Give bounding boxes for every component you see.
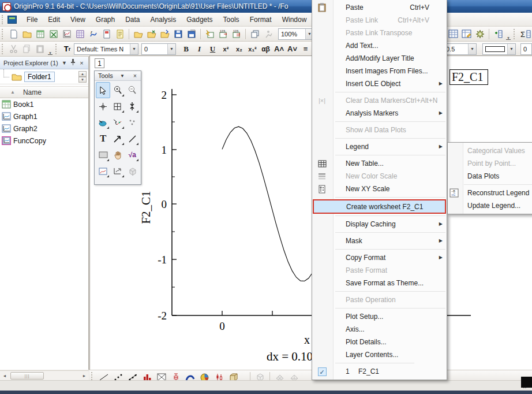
layer-1-badge[interactable]: 1	[95, 58, 104, 68]
menu-item-add-text[interactable]: Add Text...	[312, 39, 447, 52]
scrollbar-thumb[interactable]: |||	[10, 372, 44, 380]
offset-combobox[interactable]: 0.5 ▼	[443, 43, 477, 55]
menu-gadgets[interactable]: Gadgets	[181, 14, 218, 25]
duplicate-window-button[interactable]	[248, 28, 261, 40]
submenu-item-categorical-values[interactable]: Categorical Values	[448, 144, 532, 157]
align-button[interactable]: ≡	[299, 43, 312, 55]
submenu-item-data-plots[interactable]: Data Plots	[448, 170, 532, 183]
menu-data[interactable]: Data	[120, 14, 145, 25]
zoom-out-tool[interactable]	[125, 82, 140, 98]
menu-item-paste-link-transpose[interactable]: Paste Link Transpose	[312, 27, 447, 39]
menu-item-save-format-as-theme[interactable]: Save Format as Theme...	[312, 277, 447, 289]
menu-item-paste[interactable]: PasteCtrl+V	[312, 1, 447, 14]
menu-item-insert-ole-object[interactable]: Insert OLE Object▶	[312, 77, 447, 90]
menu-item-display-caching[interactable]: Display Caching▶	[312, 218, 447, 231]
chevron-down-icon[interactable]: ▼	[468, 44, 476, 54]
sum-column-button[interactable]: Σ	[519, 28, 532, 40]
list-item-graph2[interactable]: Graph2	[0, 122, 88, 135]
menu-edit[interactable]: Edit	[43, 14, 65, 25]
open-button[interactable]	[132, 28, 145, 40]
submenu-item-update-legend[interactable]: Update Legend...	[448, 199, 532, 212]
menu-analysis[interactable]: Analysis	[145, 14, 182, 25]
worksheet-view-button[interactable]	[447, 28, 460, 40]
save-template-button[interactable]	[185, 28, 198, 40]
gear-button[interactable]	[473, 28, 486, 40]
close-icon[interactable]: ×	[132, 73, 138, 79]
new-matrix-button[interactable]	[73, 28, 87, 40]
open-folder-button[interactable]	[20, 28, 33, 40]
new-graph-button[interactable]	[60, 28, 73, 40]
menu-item-plot-details[interactable]: Plot Details...	[312, 336, 447, 348]
palette-menu-icon[interactable]: ▼	[119, 73, 126, 79]
submenu-item-point-by-point[interactable]: Point by Point...	[448, 157, 532, 170]
legend-box[interactable]: F2_C1	[449, 69, 488, 85]
menu-item-paste-format[interactable]: Paste Format	[312, 264, 447, 277]
line-style-combobox[interactable]: ▼	[482, 43, 516, 55]
list-item-book1[interactable]: Book1	[0, 98, 88, 110]
bold-button[interactable]: B	[179, 43, 193, 55]
run-script-button[interactable]	[261, 28, 275, 40]
increase-font-button[interactable]: A˄	[272, 43, 286, 55]
menu-item-analysis-markers[interactable]: Analysis Markers▶	[312, 107, 447, 120]
list-column-header[interactable]: ▲ Name	[0, 86, 88, 98]
open-template-button[interactable]	[158, 28, 171, 40]
folder-tree-row[interactable]: Folder1 ▲▼	[0, 69, 88, 84]
new-project-button[interactable]	[7, 28, 20, 40]
toolbar-overflow-button[interactable]: ▾	[47, 43, 54, 55]
cut-button[interactable]	[7, 43, 20, 55]
mask-points-tool[interactable]	[110, 114, 125, 131]
chevron-down-icon[interactable]: ▼	[167, 44, 175, 54]
font-combobox[interactable]: Default: Times N ▼	[74, 43, 138, 55]
menu-item-show-all-data-plots[interactable]: Show All Data Plots	[312, 124, 447, 136]
menu-item-layer-contents[interactable]: Layer Contents...	[312, 348, 447, 361]
menu-item-mask[interactable]: Mask▶	[312, 235, 447, 247]
menu-format[interactable]: Format	[245, 14, 277, 25]
paste-button[interactable]	[33, 43, 47, 55]
import-wizard-button[interactable]	[203, 28, 216, 40]
rectangle-tool[interactable]	[96, 147, 110, 163]
tools-palette-titlebar[interactable]: Tools ▼ ×	[95, 71, 141, 81]
new-function-button[interactable]: f	[87, 28, 100, 40]
menu-item-paste-operation[interactable]: Paste Operation	[312, 293, 447, 306]
text-tool[interactable]: T	[96, 131, 110, 147]
screen-reader-tool[interactable]	[96, 98, 110, 114]
submenu-item-reconstruct-legend[interactable]: −B+C Reconstruct Legend	[448, 187, 532, 199]
zoom-in-tool[interactable]	[110, 82, 125, 98]
pan-hand-tool[interactable]	[110, 147, 125, 163]
list-item-graph1[interactable]: Graph1	[0, 110, 88, 122]
save-button[interactable]	[171, 28, 185, 40]
data-reader-tool[interactable]	[110, 98, 125, 114]
pin-icon[interactable]	[69, 59, 77, 66]
new-layout-button[interactable]	[100, 28, 113, 40]
menu-item-paste-link[interactable]: Paste LinkCtrl+Alt+V	[312, 14, 447, 27]
panel-menu-icon[interactable]: ▼	[60, 60, 69, 66]
rescale-tool[interactable]	[110, 163, 125, 179]
decrease-font-button[interactable]: A˅	[286, 43, 299, 55]
menu-item-copy-format[interactable]: Copy Format▶	[312, 251, 447, 264]
arrow-tool[interactable]	[110, 131, 125, 147]
menu-item-clear-data-markers[interactable]: |×| Clear Data MarkersCtrl+Alt+N	[312, 94, 447, 107]
subscript-button[interactable]: x₂	[233, 43, 246, 55]
menu-view[interactable]: View	[65, 14, 91, 25]
rotate-3d-tool[interactable]	[125, 163, 140, 179]
add-column-button[interactable]	[492, 28, 505, 40]
menu-item-create-worksheet[interactable]: Create worksheet F2_C1	[313, 199, 446, 214]
menu-item-plot-f2c1[interactable]: ✓ 1 F2_C1	[312, 365, 447, 378]
supersubscript-button[interactable]: x₁²	[246, 43, 259, 55]
edge-combobox[interactable]: 0	[520, 43, 532, 55]
menu-tools[interactable]: Tools	[218, 14, 245, 25]
scroll-right-icon[interactable]: ►	[80, 371, 89, 380]
import-ascii-button[interactable]: 123	[216, 28, 230, 40]
line-tool[interactable]	[125, 131, 140, 147]
menu-window[interactable]: Window	[277, 14, 312, 25]
menu-graph[interactable]: Graph	[91, 14, 120, 25]
mask-range-tool[interactable]	[96, 114, 110, 131]
new-excel-button[interactable]	[47, 28, 60, 40]
folder-spinner[interactable]: ▲▼	[78, 71, 87, 83]
insert-graph-tool[interactable]	[96, 163, 110, 179]
menu-item-add-modify-layer-title[interactable]: Add/Modify Layer Title	[312, 52, 447, 65]
menu-item-legend[interactable]: Legend▶	[312, 140, 447, 153]
menu-item-new-table[interactable]: New Table...	[312, 157, 447, 170]
list-item-funccopy[interactable]: FuncCopy	[0, 135, 88, 147]
horizontal-scrollbar[interactable]: ◄ ||| ►	[0, 370, 89, 380]
